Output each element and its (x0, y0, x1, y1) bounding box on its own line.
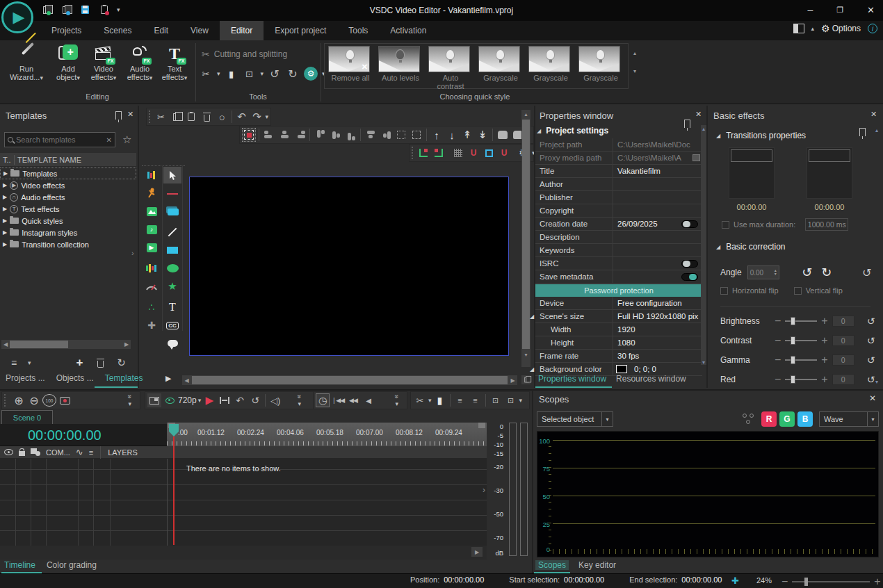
prop-frame-rate[interactable]: Frame rate30 fps (535, 350, 702, 363)
templates-hscrollbar[interactable]: ◀ ▶ (1, 340, 131, 349)
zoom-slider[interactable] (792, 581, 870, 582)
transitions-section[interactable]: Transitions properties (726, 131, 806, 140)
preview-play-icon[interactable]: ▶ (202, 393, 216, 407)
preview-quality-eye-icon[interactable] (163, 393, 177, 407)
ungroup-objects-icon[interactable]: ≡ (469, 393, 483, 407)
movement-tool-icon[interactable]: ✚ (143, 317, 161, 334)
quick-style-scroll-up[interactable]: ▴ (631, 46, 638, 60)
particles-tool-icon[interactable]: ∴ (143, 299, 161, 316)
align-bottom-icon[interactable] (343, 128, 357, 142)
channel-g-button[interactable]: G (779, 411, 795, 427)
freeshape-tool-icon[interactable]: ★ (163, 278, 181, 295)
color-swatch[interactable] (616, 365, 627, 373)
split-clip-icon[interactable]: ▮ (433, 393, 447, 407)
menu-tools[interactable]: Tools (337, 26, 379, 35)
scroll-right-icon[interactable]: ▶ (122, 341, 131, 348)
use-max-duration-checkbox[interactable] (722, 221, 729, 229)
templates-pin-icon[interactable] (115, 111, 122, 120)
expander-icon[interactable]: ◢ (537, 128, 541, 134)
column-type[interactable]: T.. (0, 156, 14, 164)
menu-edit[interactable]: Edit (143, 26, 179, 35)
properties-pin-icon[interactable] (684, 120, 690, 128)
ellipse-shape-tool-icon[interactable] (163, 260, 181, 277)
prop-height[interactable]: Height1080 (535, 336, 702, 350)
cut-scene-icon[interactable]: ✂ (199, 67, 213, 81)
save-metadata-toggle[interactable] (681, 273, 698, 281)
prop-scroll-down-icon[interactable]: ▾ (701, 359, 706, 366)
tab-timeline[interactable]: Timeline (3, 560, 37, 570)
basic-correction-section[interactable]: Basic correction (726, 242, 785, 252)
app-logo[interactable]: ▶ (1, 1, 33, 33)
loop-back-icon[interactable]: ↶ (233, 393, 247, 407)
channels-dots-icon[interactable] (743, 414, 755, 425)
crop-dropdown-icon[interactable]: ▾ (261, 70, 264, 77)
quick-style-auto-contrast[interactable]: Auto contrast (428, 46, 473, 90)
quick-access-dropdown-icon[interactable]: ▾ (117, 6, 120, 13)
quick-style-auto-levels[interactable]: Auto levels (378, 46, 423, 82)
quick-style-scroll-down[interactable]: ▾ (631, 64, 638, 78)
preview-vscrollbar[interactable]: ▴ ▾ (521, 110, 530, 367)
cut-icon[interactable]: ✂ (154, 110, 168, 124)
zoom-in-button[interactable]: + (874, 575, 880, 588)
audio-tool-icon[interactable]: ♪ (143, 221, 161, 238)
templates-expand-chevron[interactable]: › (131, 249, 134, 257)
properties-vscrollbar[interactable] (701, 125, 706, 365)
prop-scene-size[interactable]: ◢Scene's sizeFull HD 1920x1080 pix (535, 310, 702, 323)
fit-size-icon[interactable] (394, 128, 408, 142)
quick-style-grayscale-3[interactable]: Grayscale (578, 46, 623, 82)
align-center-icon[interactable] (277, 128, 291, 142)
text-effects-button[interactable]: TFX Text effects▾ (159, 44, 191, 82)
preview-layout-icon[interactable] (147, 393, 161, 407)
move-to-bottom-icon[interactable]: ↡ (476, 128, 489, 142)
delete-icon[interactable] (200, 110, 213, 124)
move-to-top-icon[interactable]: ↟ (460, 128, 474, 142)
layout-icon[interactable] (793, 24, 804, 33)
grid-icon[interactable] (451, 146, 465, 160)
snap-grid-icon[interactable]: U (467, 146, 480, 160)
ellipse-tool-icon[interactable]: ○ (215, 110, 229, 124)
sprite-tool-icon[interactable] (163, 185, 181, 202)
preview-corner-icon[interactable] (521, 375, 530, 384)
tree-item-instagram-styles[interactable]: ▶Instagram styles (0, 227, 136, 238)
tree-item-transition-collection[interactable]: ▶Transition collection (0, 238, 136, 250)
password-protection-row[interactable]: Password protection (535, 284, 702, 297)
menu-view[interactable]: View (179, 26, 220, 35)
open-project-icon[interactable] (58, 3, 72, 17)
paste-icon[interactable] (184, 110, 198, 124)
scopes-close-icon[interactable]: ✕ (869, 393, 876, 403)
gamma-slider[interactable] (785, 359, 817, 361)
prop-save-metadata[interactable]: Save metadata (535, 270, 702, 284)
cut-clip-dropdown[interactable]: ▾ (428, 397, 432, 404)
rewind-icon[interactable]: ◀◀ (346, 393, 360, 407)
scene-bounds-icon[interactable] (218, 393, 232, 407)
snap-to-edges-icon[interactable] (416, 146, 430, 160)
palette-expand-icon[interactable]: ▶ (165, 374, 171, 383)
fit-scene-icon[interactable]: ✚ (731, 575, 739, 586)
safe-area-icon[interactable] (482, 146, 496, 160)
animation-tool-icon[interactable] (143, 185, 161, 202)
quick-style-grayscale-2[interactable]: Grayscale (528, 46, 573, 82)
maximize-button[interactable]: ❐ (836, 6, 843, 15)
align-top-icon[interactable] (313, 128, 327, 142)
search-box[interactable]: ✕ (4, 132, 115, 147)
scroll-up-icon[interactable]: ▴ (521, 110, 530, 118)
com-column-label[interactable]: COM... (46, 448, 70, 457)
tab-scopes[interactable]: Scopes (535, 560, 569, 570)
contrast-slider[interactable] (785, 340, 817, 341)
menu-editor[interactable]: Editor (220, 21, 264, 40)
redo-icon[interactable]: ↷ (250, 110, 264, 124)
max-duration-field[interactable]: 1000.00 ms (805, 218, 848, 231)
layers-column-label[interactable]: LAYERS (108, 448, 138, 457)
prop-author[interactable]: Author (535, 178, 702, 191)
tab-key-editor[interactable]: Key editor (574, 560, 620, 570)
save-project-icon[interactable] (78, 3, 92, 17)
rotate-ccw-icon[interactable]: ↺ (268, 67, 282, 81)
prop-proxy-media-path[interactable]: Proxy media pathC:\Users\Maikel\A (535, 152, 702, 165)
export-project-icon[interactable] (97, 3, 111, 17)
prop-scroll-up-icon[interactable]: ▴ (701, 125, 706, 132)
prop-description[interactable]: Description (535, 231, 702, 244)
tree-item-audio-effects[interactable]: ▶∩Audio effects (0, 191, 136, 203)
properties-close-icon[interactable]: ✕ (695, 110, 702, 119)
prop-copyright[interactable]: Copyright (535, 204, 702, 218)
previous-frame-icon[interactable]: ◀ (362, 393, 375, 407)
